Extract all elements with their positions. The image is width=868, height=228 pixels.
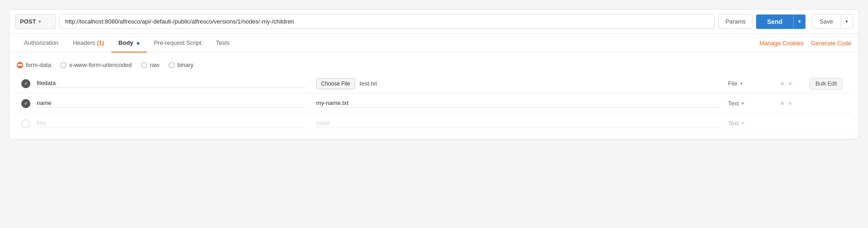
menu-icon-filedata[interactable]: ≡: [781, 80, 784, 87]
radio-urlencoded-circle: [60, 62, 67, 68]
form-row-filedata: ✓ Choose File test.txt File ▾ ≡ ×: [17, 74, 851, 94]
check-name[interactable]: ✓: [21, 99, 30, 108]
type-col-2: Text ▾: [724, 96, 779, 110]
tab-headers[interactable]: Headers (1): [66, 34, 111, 52]
tab-body[interactable]: Body: [111, 34, 147, 52]
radio-raw-circle: [141, 62, 147, 68]
manage-cookies-link[interactable]: Manage Cookies: [760, 40, 804, 47]
form-row-placeholder: Text ▾: [17, 114, 851, 133]
tabs-bar: Authorization Headers (1) Body Pre-reque…: [10, 34, 858, 52]
send-group: Send ▾: [756, 14, 805, 29]
value-col-1: Choose File test.txt: [311, 75, 724, 93]
tab-pre-request[interactable]: Pre-request Script: [147, 34, 209, 52]
url-input[interactable]: [59, 14, 715, 29]
method-label: POST: [20, 18, 36, 25]
headers-badge: (1): [97, 39, 104, 46]
radio-urlencoded[interactable]: x-www-form-urlencoded: [60, 62, 132, 68]
close-icon-filedata[interactable]: ×: [789, 80, 792, 87]
bulk-edit-button[interactable]: Bulk Edit: [810, 78, 843, 90]
type-chevron-placeholder[interactable]: ▾: [742, 121, 744, 126]
type-chevron-filedata[interactable]: ▾: [740, 81, 743, 86]
generate-code-link[interactable]: Generate Code: [811, 40, 851, 47]
check-filedata[interactable]: ✓: [21, 79, 30, 88]
key-input-name[interactable]: [37, 100, 305, 108]
value-col-3: [311, 116, 724, 131]
radio-form-data-circle: [17, 62, 23, 68]
type-label-filedata: File: [728, 80, 738, 87]
value-input-name[interactable]: [316, 100, 719, 108]
key-col-3: [35, 116, 311, 131]
save-button[interactable]: Save: [812, 14, 840, 29]
send-dropdown-button[interactable]: ▾: [793, 14, 805, 29]
method-chevron-icon: ▾: [39, 19, 41, 24]
check-col-3: [17, 119, 35, 128]
check-col-2: ✓: [17, 99, 35, 108]
bulk-edit-col-3: [806, 120, 851, 127]
body-dot-icon: [137, 42, 140, 45]
type-col-3: Text ▾: [724, 116, 779, 130]
type-col-1: File ▾: [724, 76, 779, 90]
actions-col-2: ≡ ×: [779, 96, 806, 110]
radio-raw[interactable]: raw: [141, 62, 159, 68]
tabs-right-actions: Manage Cookies Generate Code: [760, 40, 851, 47]
check-placeholder[interactable]: [21, 119, 30, 128]
choose-file-button[interactable]: Choose File: [316, 78, 355, 89]
value-input-placeholder[interactable]: [316, 119, 719, 128]
top-bar: POST ▾ Params Send ▾ Save ▾: [10, 10, 858, 34]
actions-col-1: ≡ ×: [779, 76, 806, 90]
radio-binary-circle: [169, 62, 175, 68]
body-section: form-data x-www-form-urlencoded raw bina…: [10, 52, 858, 139]
method-dropdown[interactable]: POST ▾: [15, 14, 56, 29]
save-dropdown-button[interactable]: ▾: [840, 14, 853, 29]
file-value-display: Choose File test.txt: [316, 78, 719, 89]
save-group: Save ▾: [812, 14, 853, 29]
bulk-edit-col: Bulk Edit: [806, 74, 851, 93]
radio-group: form-data x-www-form-urlencoded raw bina…: [17, 58, 851, 74]
radio-form-data[interactable]: form-data: [17, 62, 51, 68]
type-label-placeholder: Text: [728, 120, 739, 127]
key-col-2: [35, 96, 311, 111]
close-icon-name[interactable]: ×: [789, 100, 792, 107]
form-row-name: ✓ Text ▾ ≡ ×: [17, 94, 851, 114]
value-col-2: [311, 96, 724, 111]
tab-authorization[interactable]: Authorization: [17, 34, 66, 52]
params-button[interactable]: Params: [719, 14, 752, 29]
tab-tests[interactable]: Tests: [208, 34, 236, 52]
actions-col-3: [779, 120, 806, 127]
check-col-1: ✓: [17, 79, 35, 88]
bulk-edit-col-2: [806, 100, 851, 107]
menu-icon-name[interactable]: ≡: [781, 100, 784, 107]
key-input-placeholder[interactable]: [37, 119, 305, 128]
key-input-filedata[interactable]: [37, 80, 305, 88]
radio-binary[interactable]: binary: [169, 62, 193, 68]
type-chevron-name[interactable]: ▾: [742, 101, 744, 106]
type-label-name: Text: [728, 100, 739, 107]
send-button[interactable]: Send: [756, 14, 793, 29]
file-name-text: test.txt: [360, 80, 377, 87]
key-col-1: [35, 76, 311, 91]
